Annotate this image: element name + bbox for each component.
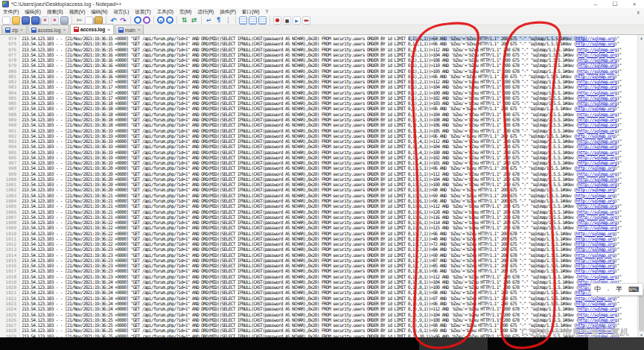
log-line[interactable]: 213.54.123.103 - - [21/Nov/2021:19:36:24… bbox=[22, 296, 637, 301]
sqlmap-url-link[interactable]: http://sqlmap.org bbox=[576, 301, 614, 306]
sqlmap-url-link[interactable]: http://sqlmap.org bbox=[576, 296, 614, 301]
log-line[interactable]: 213.54.123.103 - - [21/Nov/2021:19:36:21… bbox=[22, 193, 637, 198]
stop-macro-icon[interactable] bbox=[283, 16, 291, 25]
sqlmap-url-link[interactable]: http://sqlmap.org bbox=[578, 101, 617, 106]
sqlmap-url-link[interactable]: http://sqlmap.org bbox=[578, 90, 617, 95]
tab-access.log[interactable]: access.log× bbox=[28, 25, 69, 34]
menu-item[interactable]: 工具(O) bbox=[154, 8, 176, 16]
ime-halfwidth-mode[interactable]: 半 bbox=[616, 284, 622, 294]
log-line[interactable]: 213.54.123.103 - - [21/Nov/2021:19:36:19… bbox=[22, 128, 637, 133]
sqlmap-url-link[interactable]: http://sqlmap.org bbox=[576, 263, 614, 268]
sqlmap-url-link[interactable]: http://sqlmap.org bbox=[578, 214, 617, 220]
sqlmap-url-link[interactable]: http://sqlmap.org bbox=[578, 203, 617, 209]
log-line[interactable]: 213.54.123.103 - - [21/Nov/2021:19:36:17… bbox=[22, 79, 637, 84]
menu-item[interactable]: ? bbox=[262, 8, 271, 16]
sqlmap-url-link[interactable]: http://sqlmap.org bbox=[576, 236, 614, 241]
sqlmap-url-link[interactable]: http://sqlmap.org bbox=[576, 165, 614, 171]
sqlmap-url-link[interactable]: http://sqlmap.org bbox=[576, 36, 614, 41]
log-line[interactable]: 213.54.123.103 - - [21/Nov/2021:19:36:22… bbox=[22, 220, 637, 225]
menu-item[interactable]: 视图(V) bbox=[66, 8, 89, 16]
log-line[interactable]: 213.54.123.103 - - [21/Nov/2021:19:36:15… bbox=[22, 47, 637, 52]
log-line[interactable]: 213.54.123.103 - - [21/Nov/2021:19:36:22… bbox=[22, 231, 637, 236]
log-line[interactable]: 213.54.123.103 - - [21/Nov/2021:19:36:19… bbox=[22, 150, 637, 155]
indent-guide-icon[interactable] bbox=[224, 16, 232, 25]
sqlmap-url-link[interactable]: http://sqlmap.org bbox=[578, 317, 617, 322]
zoom-in-icon[interactable] bbox=[157, 16, 165, 24]
sqlmap-url-link[interactable]: http://sqlmap.org bbox=[578, 79, 617, 84]
log-line[interactable]: 213.54.123.103 - - [21/Nov/2021:19:36:16… bbox=[22, 74, 637, 79]
sqlmap-url-link[interactable]: http://sqlmap.org bbox=[578, 155, 617, 160]
sqlmap-url-link[interactable]: http://sqlmap.org bbox=[578, 274, 617, 279]
sqlmap-url-link[interactable]: http://sqlmap.org bbox=[578, 160, 617, 165]
log-lines[interactable]: 213.54.123.103 - - [21/Nov/2021:19:36:15… bbox=[22, 35, 637, 339]
sqlmap-url-link[interactable]: http://sqlmap.org bbox=[576, 106, 614, 111]
log-line[interactable]: 213.54.123.103 - - [21/Nov/2021:19:36:16… bbox=[22, 63, 637, 68]
log-line[interactable]: 213.54.123.103 - - [21/Nov/2021:19:36:15… bbox=[22, 36, 637, 41]
sqlmap-url-link[interactable]: http://sqlmap.org bbox=[578, 117, 617, 122]
log-line[interactable]: 213.54.123.103 - - [21/Nov/2021:19:36:18… bbox=[22, 112, 637, 117]
play-macro-icon[interactable] bbox=[293, 16, 301, 25]
sqlmap-url-link[interactable]: http://sqlmap.org bbox=[578, 306, 617, 311]
log-line[interactable]: 213.54.123.103 - - [21/Nov/2021:19:36:21… bbox=[22, 198, 637, 203]
sqlmap-url-link[interactable]: http://sqlmap.org bbox=[576, 246, 614, 252]
sqlmap-url-link[interactable]: http://sqlmap.org bbox=[576, 268, 614, 273]
sqlmap-url-link[interactable]: http://sqlmap.org bbox=[576, 74, 614, 79]
sqlmap-url-link[interactable]: http://sqlmap.org bbox=[576, 252, 614, 258]
log-line[interactable]: 213.54.123.103 - - [21/Nov/2021:19:36:16… bbox=[22, 52, 637, 57]
sqlmap-url-link[interactable]: http://sqlmap.org bbox=[576, 193, 614, 198]
log-line[interactable]: 213.54.123.103 - - [21/Nov/2021:19:36:23… bbox=[22, 258, 637, 263]
sqlmap-url-link[interactable]: http://sqlmap.org bbox=[576, 133, 614, 139]
log-line[interactable]: 213.54.123.103 - - [21/Nov/2021:19:36:20… bbox=[22, 171, 637, 176]
log-line[interactable]: 213.54.123.103 - - [21/Nov/2021:19:36:25… bbox=[22, 317, 637, 322]
log-line[interactable]: 213.54.123.103 - - [21/Nov/2021:19:36:20… bbox=[22, 187, 637, 192]
log-line[interactable]: 213.54.123.103 - - [21/Nov/2021:19:36:17… bbox=[22, 84, 637, 89]
multi-play-macro-icon[interactable] bbox=[302, 16, 310, 25]
sqlmap-url-link[interactable]: http://sqlmap.org bbox=[576, 187, 614, 192]
log-line[interactable]: 213.54.123.103 - - [21/Nov/2021:19:36:24… bbox=[22, 301, 637, 306]
save-all-icon[interactable] bbox=[31, 16, 39, 25]
sqlmap-url-link[interactable]: http://sqlmap.org bbox=[578, 128, 617, 133]
log-line[interactable]: 213.54.123.103 - - [21/Nov/2021:19:36:21… bbox=[22, 209, 637, 214]
log-line[interactable]: 213.54.123.103 - - [21/Nov/2021:19:36:21… bbox=[22, 203, 637, 209]
cut-icon[interactable] bbox=[75, 16, 83, 25]
sqlmap-url-link[interactable]: http://sqlmap.org bbox=[578, 225, 617, 230]
ime-language-mode[interactable]: 中 bbox=[594, 284, 601, 294]
log-line[interactable]: 213.54.123.103 - - [21/Nov/2021:19:36:17… bbox=[22, 90, 637, 95]
ime-toolbar[interactable]: 中 · 半 ⌨ bbox=[590, 283, 643, 296]
tab-close-icon[interactable]: × bbox=[138, 28, 141, 32]
log-line[interactable]: 213.54.123.103 - - [21/Nov/2021:19:36:18… bbox=[22, 122, 637, 127]
zoom-out-icon[interactable] bbox=[166, 16, 173, 24]
maximize-button[interactable]: ☐ bbox=[605, 0, 625, 8]
log-line[interactable]: 213.54.123.103 - - [21/Nov/2021:19:36:18… bbox=[22, 106, 637, 111]
log-line[interactable]: 213.54.123.103 - - [21/Nov/2021:19:36:20… bbox=[22, 165, 637, 171]
log-line[interactable]: 213.54.123.103 - - [21/Nov/2021:19:36:24… bbox=[22, 279, 637, 284]
sqlmap-url-link[interactable]: http://sqlmap.org bbox=[578, 47, 617, 52]
menu-item[interactable]: 宏(M) bbox=[176, 8, 194, 16]
log-line[interactable]: 213.54.123.103 - - [21/Nov/2021:19:36:20… bbox=[22, 176, 637, 182]
sqlmap-url-link[interactable]: http://sqlmap.org bbox=[576, 41, 614, 46]
sqlmap-url-link[interactable]: http://sqlmap.org bbox=[578, 95, 617, 101]
scroll-up-icon[interactable]: ▲ bbox=[638, 35, 644, 42]
log-line[interactable]: 213.54.123.103 - - [21/Nov/2021:19:36:24… bbox=[22, 306, 637, 311]
tab-close-icon[interactable]: × bbox=[20, 28, 23, 32]
sqlmap-url-link[interactable]: http://sqlmap.org bbox=[578, 52, 617, 57]
menu-item[interactable]: 插件(P) bbox=[217, 8, 239, 16]
sqlmap-url-link[interactable]: http://sqlmap.org bbox=[576, 231, 614, 236]
sqlmap-url-link[interactable]: http://sqlmap.org bbox=[578, 139, 617, 144]
replace-icon[interactable] bbox=[143, 16, 150, 24]
minimize-button[interactable]: – bbox=[586, 0, 605, 8]
word-wrap-icon[interactable] bbox=[205, 16, 213, 25]
log-line[interactable]: 213.54.123.103 - - [21/Nov/2021:19:36:22… bbox=[22, 236, 637, 241]
log-line[interactable]: 213.54.123.103 - - [21/Nov/2021:19:36:24… bbox=[22, 290, 637, 295]
close-all-icon[interactable] bbox=[51, 16, 59, 25]
sqlmap-url-link[interactable]: http://sqlmap.org bbox=[578, 171, 617, 176]
close-icon[interactable] bbox=[41, 16, 49, 25]
sqlmap-url-link[interactable]: http://sqlmap.org bbox=[578, 182, 617, 187]
tab-close-icon[interactable]: × bbox=[107, 28, 110, 32]
show-all-chars-icon[interactable] bbox=[214, 16, 223, 25]
menu-item[interactable]: 搜索(S) bbox=[44, 8, 66, 16]
log-line[interactable]: 213.54.123.103 - - [21/Nov/2021:19:36:24… bbox=[22, 284, 637, 290]
menu-item[interactable]: 设置(T) bbox=[132, 8, 153, 16]
tab-close-icon[interactable]: × bbox=[63, 28, 66, 32]
menu-item[interactable]: 编码(N) bbox=[88, 8, 110, 16]
